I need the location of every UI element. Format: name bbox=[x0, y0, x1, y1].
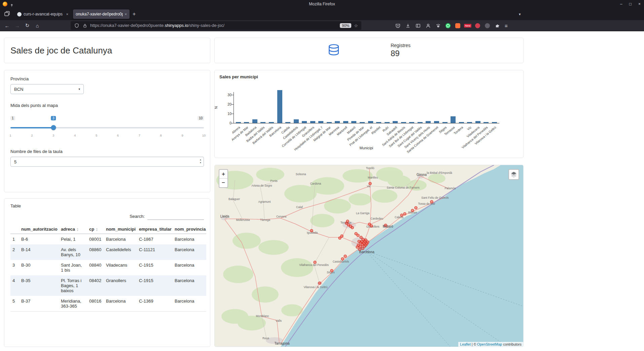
map-marker[interactable] bbox=[346, 220, 349, 223]
map-marker[interactable] bbox=[415, 206, 417, 209]
map-marker[interactable] bbox=[351, 226, 354, 229]
table-row[interactable]: 5B-37Meridiana, 363-36508016BarcelonaC-1… bbox=[10, 296, 206, 312]
number-spinner[interactable]: ▲ ▼ bbox=[200, 158, 202, 164]
whatsapp-icon[interactable] bbox=[445, 23, 451, 28]
downloads-icon[interactable] bbox=[405, 23, 410, 28]
column-header-nom_municipi[interactable]: nom_municipi▲▼ bbox=[104, 225, 137, 234]
minimize-button[interactable]: – bbox=[620, 2, 622, 6]
zoom-level-badge[interactable]: 90% bbox=[340, 23, 351, 28]
extension-dark-icon[interactable] bbox=[485, 23, 490, 28]
tab-2-active[interactable]: onuka7-xavier-de0pedro0pue... × bbox=[73, 9, 130, 19]
home-button[interactable]: ⌂ bbox=[33, 21, 42, 30]
leaflet-link[interactable]: Leaflet bbox=[460, 342, 471, 346]
table-cell: B-30 bbox=[19, 260, 59, 275]
extension-new-icon[interactable]: New bbox=[465, 23, 470, 28]
map-marker[interactable] bbox=[330, 269, 333, 272]
bar bbox=[318, 121, 323, 123]
bar bbox=[310, 121, 315, 123]
map-marker[interactable] bbox=[361, 247, 364, 250]
extension-red-icon[interactable] bbox=[475, 23, 480, 28]
close-window-button[interactable]: × bbox=[638, 2, 641, 6]
firefox-view-icon[interactable] bbox=[3, 10, 11, 18]
table-cell: Barcelona bbox=[173, 296, 206, 312]
bar bbox=[467, 122, 472, 123]
tracking-shield-icon[interactable] bbox=[74, 23, 79, 28]
point-size-slider[interactable]: 1 10 3 12345678910 bbox=[10, 116, 204, 140]
map-marker[interactable] bbox=[356, 246, 359, 248]
map-zoom-control[interactable]: + − bbox=[219, 169, 228, 188]
column-header-nom_provincia[interactable]: nom_provincia▲▼ bbox=[173, 225, 206, 234]
map-marker[interactable] bbox=[314, 261, 316, 264]
bar bbox=[484, 122, 489, 123]
sort-icons[interactable]: ▲▼ bbox=[76, 228, 79, 232]
map-layers-button[interactable] bbox=[508, 169, 519, 180]
leaflet-map[interactable]: TorellóManlleuVicSolsonaCardonaPontsArte… bbox=[214, 165, 524, 347]
map-marker[interactable] bbox=[400, 214, 403, 217]
sort-icons[interactable]: ▲▼ bbox=[96, 228, 98, 232]
extensions-puzzle-icon[interactable] bbox=[495, 23, 500, 28]
sidebars-icon[interactable] bbox=[415, 23, 421, 28]
provincia-select[interactable]: BCN ▾ bbox=[10, 84, 84, 94]
column-header-adreca[interactable]: adreca▲▼ bbox=[59, 225, 87, 234]
map-marker[interactable] bbox=[318, 282, 321, 284]
list-all-tabs-chevron-icon[interactable]: ▾ bbox=[519, 12, 521, 16]
app-menu-icon[interactable]: ≡ bbox=[505, 23, 508, 29]
bar bbox=[434, 121, 439, 123]
table-row[interactable]: 4B-35Pl. Torras i Bages, 1 baixos08402Gr… bbox=[10, 275, 206, 296]
column-header-empresa_titular[interactable]: empresa_titular▲▼ bbox=[137, 225, 173, 234]
y-tick-mark bbox=[231, 104, 234, 105]
map-marker[interactable] bbox=[403, 212, 406, 215]
back-button[interactable]: ← bbox=[3, 21, 11, 30]
row-number-header bbox=[10, 225, 19, 234]
new-tab-button[interactable]: + bbox=[133, 11, 136, 17]
account-icon[interactable] bbox=[425, 23, 431, 28]
maximize-button[interactable]: □ bbox=[629, 2, 632, 6]
map-marker[interactable] bbox=[341, 258, 344, 260]
map-marker[interactable] bbox=[338, 237, 341, 239]
map-zoom-out-button[interactable]: − bbox=[219, 179, 227, 187]
column-header-num_autoritzacio[interactable]: num_autoritzacio▲▼ bbox=[19, 225, 59, 234]
tab-1[interactable]: curs-r-avancat-equips · RS... × bbox=[14, 9, 71, 19]
forward-button[interactable]: → bbox=[13, 21, 22, 30]
map-zoom-in-button[interactable]: + bbox=[219, 170, 227, 179]
map-marker[interactable] bbox=[360, 236, 362, 239]
map-marker[interactable] bbox=[366, 241, 369, 243]
spinner-down-icon[interactable]: ▼ bbox=[200, 161, 202, 164]
lock-icon[interactable] bbox=[82, 23, 87, 28]
tab-2-close-icon[interactable]: × bbox=[125, 12, 127, 16]
map-city-label: Ponts bbox=[270, 179, 278, 183]
pocket-icon[interactable] bbox=[395, 23, 400, 28]
map-marker[interactable] bbox=[357, 234, 359, 237]
table-row[interactable]: 2B-14Av. dels Banys, 1008860Castelldefel… bbox=[10, 244, 206, 260]
y-tick-label: 0 bbox=[219, 121, 231, 125]
bar bbox=[343, 121, 348, 123]
map-marker[interactable] bbox=[344, 255, 347, 258]
table-row[interactable]: 3B-30Sant Joan, 1 bis08840ViladecansC-19… bbox=[10, 260, 206, 275]
map-marker[interactable] bbox=[369, 182, 371, 185]
map-canvas[interactable]: TorellóManlleuVicSolsonaCardonaPontsArte… bbox=[215, 165, 523, 347]
map-marker[interactable] bbox=[411, 209, 414, 212]
reload-button[interactable]: ↻ bbox=[23, 21, 32, 30]
map-city-label: Mollerussa bbox=[236, 218, 250, 222]
tab-1-close-icon[interactable]: × bbox=[66, 12, 68, 16]
slider-tick-label: 6 bbox=[117, 133, 119, 137]
map-marker[interactable] bbox=[358, 248, 361, 251]
spinner-up-icon[interactable]: ▲ bbox=[200, 158, 202, 161]
slider-handle[interactable] bbox=[51, 125, 56, 130]
column-header-cp[interactable]: cp▲▼ bbox=[87, 225, 104, 234]
rows-number-input[interactable] bbox=[10, 157, 204, 167]
map-marker[interactable] bbox=[358, 240, 360, 243]
extension-paw-icon[interactable] bbox=[435, 23, 441, 28]
map-marker[interactable] bbox=[310, 229, 313, 232]
map-marker[interactable] bbox=[384, 224, 387, 227]
table-row[interactable]: 1B-6Pelai, 108001BarcelonaC-1867Barcelon… bbox=[10, 234, 206, 245]
url-bar[interactable]: https://onuka7-xavier-de0pedro0puente.sh… bbox=[71, 21, 361, 30]
extension-orange-icon[interactable] bbox=[455, 23, 460, 28]
map-city-label: Castelldefels bbox=[333, 260, 349, 263]
openstreetmap-link[interactable]: OpenStreetMap bbox=[477, 342, 502, 346]
bookmark-star-icon[interactable]: ☆ bbox=[354, 23, 358, 28]
map-marker[interactable] bbox=[370, 225, 373, 227]
table-cell: C-1915 bbox=[137, 275, 173, 296]
table-search-input[interactable] bbox=[147, 212, 204, 220]
map-marker[interactable] bbox=[430, 200, 433, 203]
